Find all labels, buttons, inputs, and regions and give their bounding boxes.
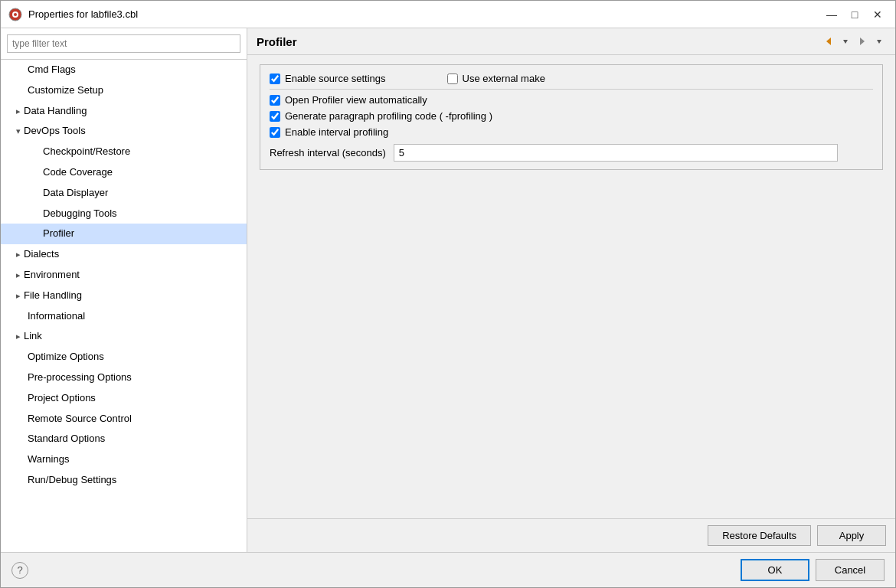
tree-item-debugging-tools[interactable]: Debugging Tools [1, 204, 247, 224]
generate-paragraph-label[interactable]: Generate paragraph profiling code ( -fpr… [285, 110, 492, 122]
tree-item-standard-options[interactable]: Standard Options [1, 429, 247, 449]
generate-paragraph-checkbox[interactable] [270, 111, 280, 122]
open-profiler-label[interactable]: Open Profiler view automatically [285, 94, 427, 106]
tree-item-data-handling[interactable]: Data Handling [1, 101, 247, 122]
app-icon [8, 8, 22, 21]
enable-interval-label[interactable]: Enable interval profiling [285, 126, 388, 138]
content-area: Enable source settings Use external make [247, 55, 895, 518]
window-title: Properties for labfile3.cbl [28, 8, 138, 20]
forward-button[interactable] [854, 34, 871, 48]
dialog-footer: ? OK Cancel [1, 552, 895, 587]
back-button[interactable] [820, 34, 837, 48]
right-header: Profiler [247, 28, 895, 55]
svg-point-2 [14, 13, 17, 16]
tree-item-cmd-flags[interactable]: Cmd Flags [1, 60, 247, 80]
restore-defaults-button[interactable]: Restore Defaults [708, 525, 811, 546]
tree-item-devops-tools[interactable]: DevOps Tools [1, 121, 247, 142]
use-external-make-checkbox-row: Use external make [447, 73, 545, 84]
tree-item-file-handling[interactable]: File Handling [1, 286, 247, 306]
title-bar: Properties for labfile3.cbl — □ ✕ [1, 1, 895, 28]
refresh-interval-row: Refresh interval (seconds) [270, 144, 873, 162]
main-window: Properties for labfile3.cbl — □ ✕ Cmd Fl… [0, 0, 896, 588]
enable-source-checkbox[interactable] [270, 74, 280, 84]
filter-input[interactable] [7, 34, 240, 53]
tree-item-remote-source-control[interactable]: Remote Source Control [1, 409, 247, 430]
tree-item-pre-processing-options[interactable]: Pre-processing Options [1, 368, 247, 388]
panel-title: Profiler [257, 35, 297, 48]
apply-button[interactable]: Apply [817, 525, 886, 546]
enable-source-checkbox-row: Enable source settings [270, 73, 386, 84]
tree-container: Cmd Flags Customize Setup Data Handling … [1, 60, 247, 552]
tree-item-environment[interactable]: Environment [1, 265, 247, 286]
tree-item-dialects[interactable]: Dialects [1, 244, 247, 265]
tree-item-run-debug-settings[interactable]: Run/Debug Settings [1, 470, 247, 491]
toolbar-icons [820, 34, 886, 48]
refresh-interval-input[interactable] [394, 144, 838, 162]
svg-marker-6 [877, 40, 881, 44]
tree-item-optimize-options[interactable]: Optimize Options [1, 347, 247, 368]
row-open-profiler: Open Profiler view automatically [270, 94, 873, 106]
close-button[interactable]: ✕ [868, 6, 888, 23]
footer-right: OK Cancel [741, 559, 885, 581]
help-button[interactable]: ? [11, 562, 28, 579]
bottom-bar: Restore Defaults Apply [247, 518, 895, 552]
tree-item-data-displayer[interactable]: Data Displayer [1, 183, 247, 204]
open-profiler-checkbox[interactable] [270, 95, 280, 106]
settings-section: Enable source settings Use external make [260, 64, 883, 170]
ok-button[interactable]: OK [741, 559, 809, 581]
tree-item-profiler[interactable]: Profiler [1, 224, 247, 244]
enable-interval-checkbox[interactable] [270, 127, 280, 138]
row-source-settings: Enable source settings Use external make [270, 73, 873, 84]
cancel-button[interactable]: Cancel [816, 559, 885, 581]
maximize-button[interactable]: □ [845, 6, 865, 23]
tree-item-project-options[interactable]: Project Options [1, 388, 247, 409]
window-controls: — □ ✕ [822, 6, 888, 23]
tree-item-customize-setup[interactable]: Customize Setup [1, 80, 247, 101]
open-profiler-checkbox-row: Open Profiler view automatically [270, 94, 427, 106]
filter-box [1, 28, 247, 60]
enable-interval-checkbox-row: Enable interval profiling [270, 126, 388, 138]
svg-marker-5 [860, 38, 865, 45]
use-external-make-checkbox[interactable] [447, 74, 458, 84]
tree-item-code-coverage[interactable]: Code Coverage [1, 162, 247, 183]
forward-dropdown-button[interactable] [872, 36, 886, 47]
back-dropdown-button[interactable] [839, 36, 852, 47]
svg-marker-4 [843, 40, 848, 44]
use-external-make-label[interactable]: Use external make [463, 73, 545, 84]
left-panel: Cmd Flags Customize Setup Data Handling … [1, 28, 247, 552]
minimize-button[interactable]: — [822, 6, 842, 23]
tree-item-link[interactable]: Link [1, 326, 247, 347]
dialog-content: Cmd Flags Customize Setup Data Handling … [1, 28, 895, 552]
refresh-interval-label: Refresh interval (seconds) [270, 147, 386, 158]
svg-marker-3 [826, 38, 831, 45]
tree-item-warnings[interactable]: Warnings [1, 449, 247, 470]
enable-source-label[interactable]: Enable source settings [285, 73, 386, 84]
footer-left: ? [11, 562, 28, 579]
right-panel: Profiler [247, 28, 895, 552]
row-generate-paragraph: Generate paragraph profiling code ( -fpr… [270, 110, 873, 122]
tree-item-informational[interactable]: Informational [1, 306, 247, 327]
title-bar-left: Properties for labfile3.cbl [8, 8, 138, 21]
tree-item-checkpoint-restore[interactable]: Checkpoint/Restore [1, 142, 247, 162]
generate-paragraph-checkbox-row: Generate paragraph profiling code ( -fpr… [270, 110, 492, 122]
row-enable-interval: Enable interval profiling [270, 126, 873, 138]
